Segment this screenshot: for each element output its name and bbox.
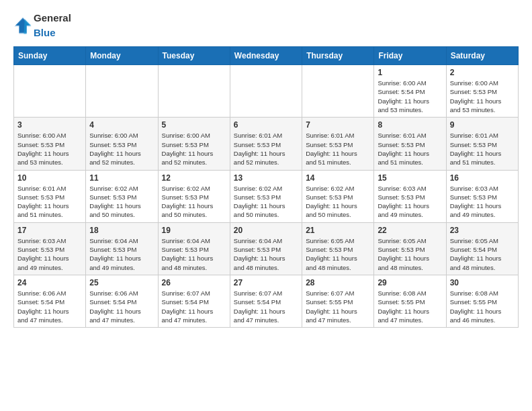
logo-icon — [13, 16, 32, 35]
day-cell: 5Sunrise: 6:00 AM Sunset: 5:53 PM Daylig… — [158, 118, 230, 170]
day-info: Sunrise: 6:05 AM Sunset: 5:54 PM Dayligh… — [450, 236, 515, 272]
day-info: Sunrise: 6:00 AM Sunset: 5:53 PM Dayligh… — [450, 79, 515, 114]
day-info: Sunrise: 6:06 AM Sunset: 5:54 PM Dayligh… — [17, 289, 82, 324]
day-info: Sunrise: 6:01 AM Sunset: 5:53 PM Dayligh… — [234, 131, 298, 167]
day-info: Sunrise: 6:00 AM Sunset: 5:53 PM Dayligh… — [17, 131, 82, 167]
week-row-2: 3Sunrise: 6:00 AM Sunset: 5:53 PM Daylig… — [14, 118, 519, 170]
week-row-1: 1Sunrise: 6:00 AM Sunset: 5:54 PM Daylig… — [14, 65, 519, 118]
day-info: Sunrise: 6:07 AM Sunset: 5:54 PM Dayligh… — [162, 289, 226, 324]
logo-text: General Blue — [34, 11, 71, 40]
day-cell: 8Sunrise: 6:01 AM Sunset: 5:53 PM Daylig… — [374, 118, 446, 170]
day-number: 10 — [17, 173, 82, 183]
day-cell: 12Sunrise: 6:02 AM Sunset: 5:53 PM Dayli… — [158, 170, 230, 222]
day-info: Sunrise: 6:00 AM Sunset: 5:53 PM Dayligh… — [89, 131, 154, 167]
weekday-header-sunday: Sunday — [14, 47, 86, 65]
weekday-row: SundayMondayTuesdayWednesdayThursdayFrid… — [14, 47, 519, 65]
day-number: 22 — [378, 226, 442, 235]
header: General Blue — [13, 11, 519, 40]
day-cell: 13Sunrise: 6:02 AM Sunset: 5:53 PM Dayli… — [230, 170, 302, 222]
day-info: Sunrise: 6:00 AM Sunset: 5:53 PM Dayligh… — [162, 131, 226, 167]
day-number: 11 — [89, 173, 154, 183]
day-info: Sunrise: 6:04 AM Sunset: 5:53 PM Dayligh… — [234, 236, 298, 272]
weekday-header-friday: Friday — [374, 47, 446, 65]
day-number: 21 — [306, 226, 370, 235]
day-info: Sunrise: 6:02 AM Sunset: 5:53 PM Dayligh… — [234, 184, 298, 220]
day-info: Sunrise: 6:07 AM Sunset: 5:54 PM Dayligh… — [234, 289, 298, 324]
day-info: Sunrise: 6:02 AM Sunset: 5:53 PM Dayligh… — [162, 184, 226, 220]
week-row-4: 17Sunrise: 6:03 AM Sunset: 5:53 PM Dayli… — [14, 222, 519, 275]
day-number: 24 — [17, 278, 82, 287]
day-cell: 1Sunrise: 6:00 AM Sunset: 5:54 PM Daylig… — [374, 65, 446, 118]
day-info: Sunrise: 6:05 AM Sunset: 5:53 PM Dayligh… — [306, 236, 370, 272]
day-number: 18 — [89, 226, 154, 235]
day-number: 7 — [306, 120, 370, 130]
day-number: 28 — [306, 278, 370, 287]
day-cell: 17Sunrise: 6:03 AM Sunset: 5:53 PM Dayli… — [14, 222, 86, 275]
day-info: Sunrise: 6:01 AM Sunset: 5:53 PM Dayligh… — [450, 131, 515, 167]
day-cell: 15Sunrise: 6:03 AM Sunset: 5:53 PM Dayli… — [374, 170, 446, 222]
day-cell — [158, 65, 230, 118]
day-number: 8 — [378, 120, 442, 130]
day-number: 17 — [17, 226, 82, 235]
day-info: Sunrise: 6:01 AM Sunset: 5:53 PM Dayligh… — [378, 131, 442, 167]
calendar-header: SundayMondayTuesdayWednesdayThursdayFrid… — [14, 47, 519, 65]
day-cell — [302, 65, 374, 118]
day-info: Sunrise: 6:07 AM Sunset: 5:55 PM Dayligh… — [306, 289, 370, 324]
day-number: 4 — [89, 120, 154, 130]
day-number: 2 — [450, 68, 515, 77]
day-number: 19 — [162, 226, 226, 235]
logo: General Blue — [13, 11, 71, 40]
day-info: Sunrise: 6:08 AM Sunset: 5:55 PM Dayligh… — [450, 289, 515, 324]
week-row-3: 10Sunrise: 6:01 AM Sunset: 5:53 PM Dayli… — [14, 170, 519, 222]
day-number: 1 — [378, 68, 442, 77]
day-number: 23 — [450, 226, 515, 235]
day-info: Sunrise: 6:04 AM Sunset: 5:53 PM Dayligh… — [162, 236, 226, 272]
day-info: Sunrise: 6:02 AM Sunset: 5:53 PM Dayligh… — [306, 184, 370, 220]
calendar-table: SundayMondayTuesdayWednesdayThursdayFrid… — [13, 46, 519, 328]
day-cell: 6Sunrise: 6:01 AM Sunset: 5:53 PM Daylig… — [230, 118, 302, 170]
day-cell: 28Sunrise: 6:07 AM Sunset: 5:55 PM Dayli… — [302, 275, 374, 327]
day-cell: 27Sunrise: 6:07 AM Sunset: 5:54 PM Dayli… — [230, 275, 302, 327]
day-number: 27 — [234, 278, 298, 287]
day-info: Sunrise: 6:08 AM Sunset: 5:55 PM Dayligh… — [378, 289, 442, 324]
day-number: 14 — [306, 173, 370, 183]
day-number: 6 — [234, 120, 298, 130]
page: General Blue SundayMondayTuesdayWednesda… — [0, 0, 532, 341]
day-cell: 29Sunrise: 6:08 AM Sunset: 5:55 PM Dayli… — [374, 275, 446, 327]
day-cell: 21Sunrise: 6:05 AM Sunset: 5:53 PM Dayli… — [302, 222, 374, 275]
day-cell: 18Sunrise: 6:04 AM Sunset: 5:53 PM Dayli… — [86, 222, 158, 275]
day-number: 16 — [450, 173, 515, 183]
day-cell: 19Sunrise: 6:04 AM Sunset: 5:53 PM Dayli… — [158, 222, 230, 275]
day-number: 20 — [234, 226, 298, 235]
day-cell: 24Sunrise: 6:06 AM Sunset: 5:54 PM Dayli… — [14, 275, 86, 327]
day-number: 30 — [450, 278, 515, 287]
day-number: 25 — [89, 278, 154, 287]
day-info: Sunrise: 6:04 AM Sunset: 5:53 PM Dayligh… — [89, 236, 154, 272]
logo-blue: Blue — [34, 27, 56, 38]
day-cell: 9Sunrise: 6:01 AM Sunset: 5:53 PM Daylig… — [446, 118, 518, 170]
day-info: Sunrise: 6:03 AM Sunset: 5:53 PM Dayligh… — [450, 184, 515, 220]
weekday-header-wednesday: Wednesday — [230, 47, 302, 65]
calendar-body: 1Sunrise: 6:00 AM Sunset: 5:54 PM Daylig… — [14, 65, 519, 328]
day-info: Sunrise: 6:01 AM Sunset: 5:53 PM Dayligh… — [306, 131, 370, 167]
day-cell: 26Sunrise: 6:07 AM Sunset: 5:54 PM Dayli… — [158, 275, 230, 327]
day-info: Sunrise: 6:03 AM Sunset: 5:53 PM Dayligh… — [378, 184, 442, 220]
day-info: Sunrise: 6:03 AM Sunset: 5:53 PM Dayligh… — [17, 236, 82, 272]
day-cell: 4Sunrise: 6:00 AM Sunset: 5:53 PM Daylig… — [86, 118, 158, 170]
day-info: Sunrise: 6:01 AM Sunset: 5:53 PM Dayligh… — [17, 184, 82, 220]
logo-general: General — [34, 12, 71, 24]
day-cell — [86, 65, 158, 118]
weekday-header-tuesday: Tuesday — [158, 47, 230, 65]
day-cell: 22Sunrise: 6:05 AM Sunset: 5:53 PM Dayli… — [374, 222, 446, 275]
day-info: Sunrise: 6:02 AM Sunset: 5:53 PM Dayligh… — [89, 184, 154, 220]
day-cell: 14Sunrise: 6:02 AM Sunset: 5:53 PM Dayli… — [302, 170, 374, 222]
week-row-5: 24Sunrise: 6:06 AM Sunset: 5:54 PM Dayli… — [14, 275, 519, 327]
day-cell: 25Sunrise: 6:06 AM Sunset: 5:54 PM Dayli… — [86, 275, 158, 327]
day-number: 3 — [17, 120, 82, 130]
day-cell — [14, 65, 86, 118]
day-number: 5 — [162, 120, 226, 130]
day-cell: 7Sunrise: 6:01 AM Sunset: 5:53 PM Daylig… — [302, 118, 374, 170]
day-number: 15 — [378, 173, 442, 183]
day-number: 13 — [234, 173, 298, 183]
day-cell: 30Sunrise: 6:08 AM Sunset: 5:55 PM Dayli… — [446, 275, 518, 327]
